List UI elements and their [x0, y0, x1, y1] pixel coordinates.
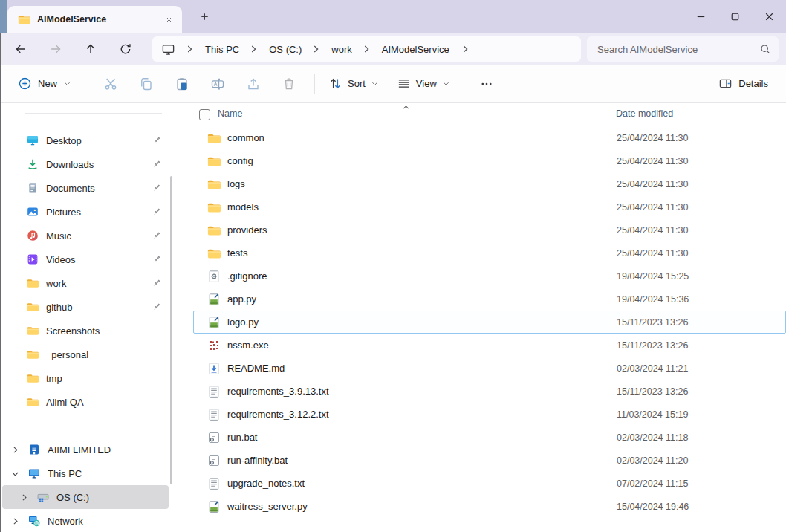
navigation-buttons: [9, 36, 137, 62]
file-row-app-py[interactable]: app.py 19/04/2024 15:36: [193, 288, 786, 311]
details-button-label: Details: [738, 78, 768, 89]
more-icon: [480, 77, 493, 91]
share-icon: [246, 77, 261, 91]
sidebar-divider: [25, 426, 162, 426]
sidebar-item-github[interactable]: github: [0, 295, 172, 319]
maximize-button[interactable]: [718, 0, 752, 33]
sidebar-item-videos[interactable]: Videos: [0, 247, 172, 271]
sidebar-item-desktop[interactable]: Desktop: [0, 129, 172, 152]
select-all-checkbox[interactable]: [199, 109, 210, 120]
address-bar-row: This PC OS (C:) work AIModelServ: [0, 33, 786, 65]
file-row-run-bat[interactable]: run.bat 02/03/2024 11:18: [193, 426, 786, 449]
tab-bar: AIModelService: [0, 0, 786, 33]
folder-icon: [207, 132, 221, 145]
chevron-right-icon[interactable]: [10, 516, 20, 526]
file-row-providers[interactable]: providers 25/04/2024 11:30: [193, 218, 786, 241]
md-icon: [207, 362, 221, 375]
sidebar-tree-item-aiimi-limited[interactable]: AIIMI LIMITED: [0, 438, 172, 461]
pin-icon: [151, 278, 162, 289]
sidebar-item-tmp[interactable]: tmp: [0, 366, 172, 390]
column-header-date-modified[interactable]: Date modified: [616, 108, 673, 119]
rename-icon: [210, 77, 225, 91]
refresh-button[interactable]: [114, 37, 137, 61]
column-header-name[interactable]: Name: [218, 108, 242, 119]
file-row-requirements-3-12-2-txt[interactable]: requirements_3.12.2.txt 11/03/2024 15:19: [193, 403, 786, 426]
tab-close-button[interactable]: [161, 12, 176, 27]
chevron-right-icon[interactable]: [19, 493, 29, 502]
window-left-edge: [0, 33, 1, 532]
plus-icon: [200, 12, 210, 22]
file-row-common[interactable]: common 25/04/2024 11:30: [193, 126, 786, 149]
sidebar-tree-item-network[interactable]: Network: [0, 509, 172, 532]
sidebar-item-pictures[interactable]: Pictures: [0, 200, 172, 224]
toolbar-action-4[interactable]: [236, 71, 271, 97]
file-row-run-affinity-bat[interactable]: run-affinity.bat 02/03/2024 11:20: [193, 449, 786, 472]
chevron-down-icon: [63, 80, 71, 88]
toolbar-action-5[interactable]: [271, 71, 307, 97]
txt-icon: [207, 477, 221, 490]
close-button[interactable]: [752, 0, 786, 33]
file-row-requirements-3-9-13-txt[interactable]: requirements_3.9.13.txt 15/11/2023 13:26: [193, 380, 786, 403]
chevron-right-icon: [361, 44, 371, 54]
search-input[interactable]: [596, 43, 759, 56]
file-row-tests[interactable]: tests 25/04/2024 11:30: [193, 241, 786, 265]
file-row-nssm-exe[interactable]: nssm.exe 15/11/2023 13:26: [193, 334, 786, 357]
minimize-icon: [694, 10, 708, 24]
sidebar-item-personal[interactable]: _personal: [0, 343, 172, 366]
chevron-right-icon[interactable]: [10, 445, 20, 455]
details-pane-button[interactable]: Details: [712, 72, 774, 95]
forward-button[interactable]: [44, 37, 68, 61]
file-row-config[interactable]: config 25/04/2024 11:30: [193, 149, 786, 172]
file-row-logs[interactable]: logs 25/04/2024 11:30: [193, 172, 786, 195]
downloads-icon: [27, 158, 39, 170]
file-row-waitress-server-py[interactable]: waitress_server.py 15/04/2024 19:46: [193, 495, 786, 518]
sidebar-item-downloads[interactable]: Downloads: [0, 152, 172, 176]
paste-icon: [175, 77, 189, 91]
breadcrumb-item-work: work: [306, 41, 356, 58]
pin-icon: [151, 135, 162, 146]
more-options-button[interactable]: [472, 71, 501, 97]
sort-icon: [328, 77, 342, 91]
sort-button[interactable]: Sort: [322, 72, 385, 95]
file-row-gitignore[interactable]: .gitignore 19/04/2024 15:25: [193, 265, 786, 288]
folder-icon: [207, 224, 221, 237]
python-icon: [207, 316, 221, 329]
folder-icon: [18, 14, 30, 25]
back-button[interactable]: [9, 37, 33, 61]
gitignore-icon: [207, 270, 221, 283]
sidebar-item-music[interactable]: Music: [0, 224, 172, 247]
new-button[interactable]: New: [12, 72, 77, 95]
search-box[interactable]: [587, 36, 779, 62]
view-button[interactable]: View: [391, 72, 456, 95]
new-tab-button[interactable]: [196, 8, 212, 25]
sidebar-item-screenshots[interactable]: Screenshots: [0, 319, 172, 343]
file-row-models[interactable]: models 25/04/2024 11:30: [193, 195, 786, 218]
tab-aimodelservice[interactable]: AIModelService: [7, 6, 182, 33]
bat-icon: [207, 431, 221, 444]
new-button-label: New: [38, 78, 57, 89]
file-row-logo-py[interactable]: logo.py 15/11/2023 13:26: [193, 311, 786, 334]
folder-icon: [27, 372, 39, 384]
toolbar-action-1[interactable]: [129, 71, 164, 97]
toolbar-action-0[interactable]: [93, 71, 129, 97]
folder-icon: [27, 348, 39, 360]
file-row-upgrade-notes-txt[interactable]: upgrade_notes.txt 07/02/2024 11:15: [193, 472, 786, 495]
sidebar-tree-item-os-c[interactable]: OS (C:): [2, 485, 169, 509]
file-row-readme-md[interactable]: README.md 02/03/2024 11:21: [193, 357, 786, 380]
pictures-icon: [27, 206, 39, 218]
network-icon: [28, 515, 40, 527]
toolbar-action-2[interactable]: [164, 71, 200, 97]
minimize-button[interactable]: [683, 0, 718, 33]
forward-icon: [49, 42, 62, 56]
sidebar-item-work[interactable]: work: [0, 271, 172, 295]
sidebar-divider: [25, 113, 162, 114]
folder-icon: [207, 155, 221, 168]
sidebar-tree-item-this-pc[interactable]: This PC: [0, 461, 172, 485]
breadcrumb[interactable]: This PC OS (C:) work AIModelServ: [152, 36, 581, 62]
sidebar-item-aiimi-qa[interactable]: Aiimi QA: [0, 390, 172, 414]
chevron-down-icon[interactable]: [10, 469, 20, 479]
company-icon: [28, 444, 40, 455]
toolbar-action-3[interactable]: [200, 71, 236, 97]
up-button[interactable]: [79, 37, 103, 61]
sidebar-item-documents[interactable]: Documents: [0, 176, 172, 200]
